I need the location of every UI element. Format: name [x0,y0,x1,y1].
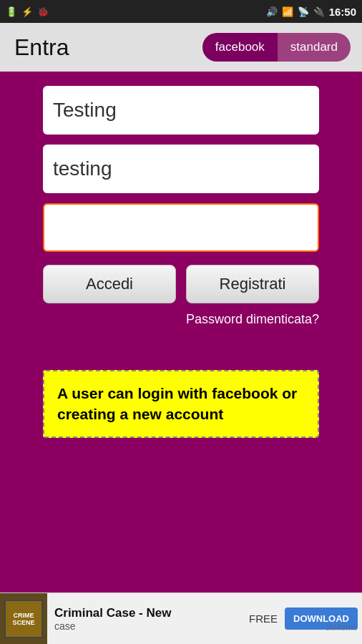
info-box-text: A user can login with facebook or creati… [57,385,297,422]
tab-facebook[interactable]: facebook [202,33,278,62]
main-content: Accedi Registrati Password dimenticata? … [0,72,362,615]
ad-title: Criminal Case - New [54,606,235,620]
info-box: A user can login with facebook or creati… [43,370,319,438]
forgot-password-link[interactable]: Password dimenticata? [43,312,319,327]
tab-group: facebook standard [202,33,351,62]
page-title: Entra [14,34,69,61]
wifi-icon: 📶 [282,6,293,17]
ad-banner[interactable]: CRIME SCENE Criminal Case - New case FRE… [0,592,362,644]
ad-image: CRIME SCENE [0,593,47,645]
register-button[interactable]: Registrati [186,265,319,303]
usb-icon: ⚡ [21,6,33,17]
status-time: 16:50 [329,6,356,18]
status-right-icons: 🔊 📶 📡 🔌 16:50 [266,6,356,18]
status-bar: 🔋 ⚡ 🐞 🔊 📶 📡 🔌 16:50 [0,0,362,23]
bug-icon: 🐞 [37,6,49,17]
password-input[interactable] [43,145,319,193]
signal-icon: 📡 [298,6,309,17]
status-icons: 🔋 ⚡ 🐞 [6,6,49,17]
ad-subtitle: case [54,620,235,632]
battery-icon: 🔌 [313,6,325,17]
header: Entra facebook standard [0,23,362,72]
watermark: ckMemo [326,623,358,633]
ad-free-label: FREE [242,613,285,625]
ad-image-label: CRIME SCENE [6,612,41,626]
username-input[interactable] [43,86,319,135]
volume-icon: 🔊 [266,6,278,17]
ad-text-area: Criminal Case - New case [47,603,242,635]
confirm-password-input[interactable] [43,203,319,252]
tab-standard[interactable]: standard [278,33,351,62]
battery-charging-icon: 🔋 [6,6,17,17]
action-buttons: Accedi Registrati [43,265,319,303]
login-button[interactable]: Accedi [43,265,176,303]
ad-thumbnail: CRIME SCENE [4,600,43,638]
